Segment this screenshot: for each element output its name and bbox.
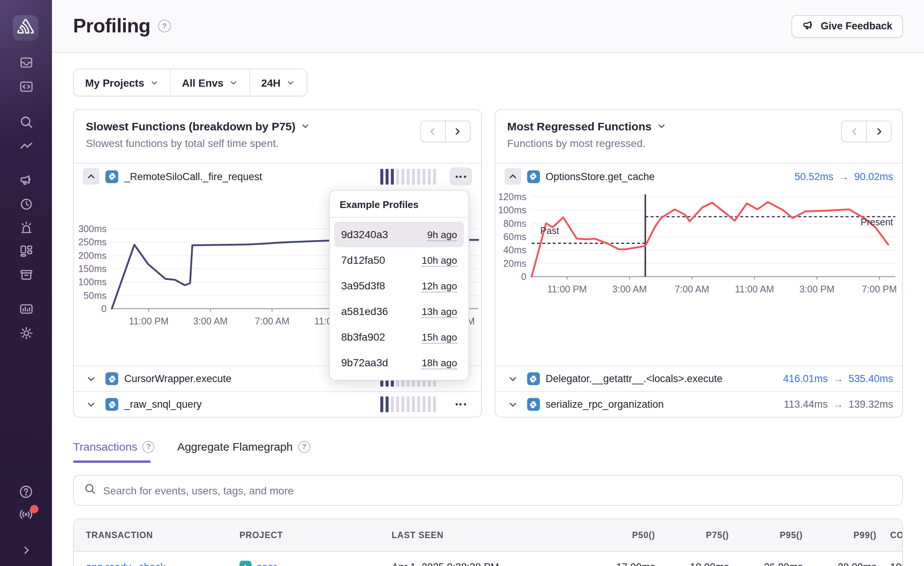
- slowest-functions-title-dropdown[interactable]: Slowest Functions (breakdown by P75): [86, 120, 469, 133]
- profile-age[interactable]: 15h ago: [422, 331, 457, 343]
- main-content: My Projects All Envs 24H Slowest Functio…: [52, 53, 924, 566]
- panel-pagination: [420, 121, 470, 142]
- column-header-last-seen[interactable]: LAST SEEN: [380, 531, 568, 540]
- sidebar-item-stats[interactable]: [18, 302, 34, 318]
- title-help-icon[interactable]: ?: [158, 20, 171, 32]
- prev-page-button[interactable]: [420, 121, 445, 142]
- sidebar-item-dashboards[interactable]: [18, 244, 34, 260]
- give-feedback-button[interactable]: Give Feedback: [791, 15, 903, 37]
- p75-value: 18.00ms: [657, 561, 730, 566]
- expand-row-button[interactable]: [504, 396, 521, 413]
- svg-text:11:00 PM: 11:00 PM: [129, 316, 168, 326]
- prev-page-button[interactable]: [841, 121, 867, 142]
- activity-icon: [18, 138, 34, 156]
- sidebar-item-whats-new[interactable]: [18, 508, 34, 524]
- environment-filter-dropdown[interactable]: All Envs: [170, 69, 249, 96]
- chevron-down-icon: [86, 399, 96, 410]
- collapse-row-button[interactable]: [504, 168, 521, 185]
- profile-id-link[interactable]: 7d12fa50: [341, 254, 385, 266]
- table-row[interactable]: app.ready._check seer Apr 1, 2025 9:28:3…: [74, 552, 902, 566]
- before-value-link[interactable]: 416.01ms: [783, 373, 828, 384]
- sidebar-item-help[interactable]: [18, 485, 34, 501]
- sidebar-collapse-button[interactable]: [18, 543, 34, 559]
- project-cell: seer: [227, 561, 380, 566]
- profile-id-link[interactable]: a581ed36: [341, 305, 388, 317]
- panel-title-label: Most Regressed Functions: [507, 120, 651, 133]
- example-profiles-menu-button[interactable]: [449, 395, 472, 413]
- function-name-link[interactable]: CursorWrapper.execute: [124, 373, 232, 384]
- function-name-link[interactable]: OptionsStore.get_cache: [546, 171, 655, 182]
- profile-age[interactable]: 18h ago: [422, 357, 457, 368]
- profile-age[interactable]: 12h ago: [422, 280, 457, 291]
- chevron-up-icon: [86, 171, 96, 182]
- profile-id-link[interactable]: 9b72aa3d: [341, 356, 388, 369]
- sidebar-item-search[interactable]: [18, 115, 34, 131]
- project-filter-dropdown[interactable]: My Projects: [74, 69, 170, 96]
- date-range-dropdown[interactable]: 24H: [249, 69, 306, 96]
- after-value[interactable]: 139.32ms: [848, 399, 893, 410]
- sidebar-item-releases[interactable]: [18, 268, 34, 283]
- profile-id-link[interactable]: 3a95d3f8: [341, 280, 385, 292]
- profile-list-item[interactable]: 9b72aa3d 18h ago: [334, 350, 464, 375]
- project-link[interactable]: seer: [257, 561, 277, 566]
- before-value[interactable]: 113.44ms: [784, 399, 828, 410]
- after-value-link[interactable]: 535.40ms: [848, 373, 893, 384]
- profile-list-item[interactable]: 9d3240a3 9h ago: [334, 222, 464, 247]
- column-header-project[interactable]: PROJECT: [227, 531, 380, 540]
- regression-values: 416.01ms → 535.40ms: [783, 373, 893, 384]
- next-page-button[interactable]: [866, 121, 892, 142]
- after-value-link[interactable]: 90.02ms: [854, 171, 893, 182]
- profile-id-link[interactable]: 8b3fa902: [341, 331, 385, 343]
- column-header-count[interactable]: COUNT(): [878, 531, 903, 540]
- function-name-link[interactable]: _raw_snql_query: [124, 399, 202, 410]
- svg-text:250ms: 250ms: [78, 237, 107, 247]
- collapse-row-button[interactable]: [83, 168, 99, 185]
- profile-list-item[interactable]: 3a95d3f8 12h ago: [334, 273, 464, 298]
- most-regressed-chart: 020ms40ms60ms80ms100ms120ms11:00 PM3:00 …: [495, 189, 902, 366]
- profile-list-item[interactable]: 8b3fa902 15h ago: [334, 324, 464, 350]
- sidebar-item-alerts[interactable]: [18, 221, 34, 237]
- column-header-p50[interactable]: P50(): [568, 531, 657, 540]
- profile-list-item[interactable]: 7d12fa50 10h ago: [334, 247, 464, 273]
- column-header-p99[interactable]: P99(): [804, 531, 878, 540]
- tab-help-icon[interactable]: ?: [298, 441, 310, 453]
- sidebar-item-feedback[interactable]: [18, 173, 34, 189]
- arrow-right-icon: →: [839, 171, 849, 182]
- example-profiles-menu-button[interactable]: [449, 167, 472, 185]
- sidebar-item-replays[interactable]: [18, 197, 34, 213]
- profile-id-link[interactable]: 9d3240a3: [341, 228, 388, 240]
- next-page-button[interactable]: [445, 121, 470, 142]
- sidebar-item-issues[interactable]: [18, 56, 34, 72]
- function-name-link[interactable]: serialize_rpc_organization: [546, 399, 664, 410]
- sentry-logo-button[interactable]: [13, 15, 38, 41]
- search-bar: [73, 475, 903, 506]
- profile-age[interactable]: 13h ago: [422, 306, 457, 317]
- before-value-link[interactable]: 50.52ms: [794, 171, 834, 182]
- chevron-down-icon: [229, 78, 238, 87]
- chevron-down-icon: [507, 399, 518, 410]
- profile-age[interactable]: 10h ago: [422, 254, 457, 266]
- sidebar-item-projects[interactable]: [18, 80, 34, 96]
- transaction-link[interactable]: app.ready._check: [74, 561, 227, 566]
- expand-row-button[interactable]: [83, 370, 99, 387]
- sidebar-item-settings[interactable]: [18, 326, 34, 342]
- function-name-link[interactable]: _RemoteSiloCall._fire_request: [124, 171, 262, 182]
- expand-row-button[interactable]: [83, 396, 99, 413]
- regression-values: 113.44ms → 139.32ms: [784, 399, 893, 410]
- profile-list-item[interactable]: a581ed36 13h ago: [334, 298, 464, 324]
- column-header-p75[interactable]: P75(): [657, 531, 730, 540]
- tab-help-icon[interactable]: ?: [143, 441, 155, 453]
- column-header-p95[interactable]: P95(): [730, 531, 804, 540]
- search-input[interactable]: [103, 484, 892, 496]
- give-feedback-label: Give Feedback: [820, 20, 892, 32]
- function-name-link[interactable]: Delegator.__getattr__.<locals>.execute: [546, 373, 723, 384]
- most-regressed-title-dropdown[interactable]: Most Regressed Functions: [507, 120, 890, 133]
- expand-row-button[interactable]: [504, 370, 521, 387]
- tab-aggregate-flamegraph[interactable]: Aggregate Flamegraph ?: [177, 440, 310, 463]
- sidebar-item-performance[interactable]: [18, 139, 34, 155]
- chevron-down-icon: [301, 121, 311, 131]
- chevron-down-icon: [86, 373, 96, 384]
- profile-age[interactable]: 9h ago: [427, 229, 457, 240]
- column-header-transaction[interactable]: TRANSACTION: [74, 531, 227, 540]
- tab-transactions[interactable]: Transactions ?: [73, 440, 155, 463]
